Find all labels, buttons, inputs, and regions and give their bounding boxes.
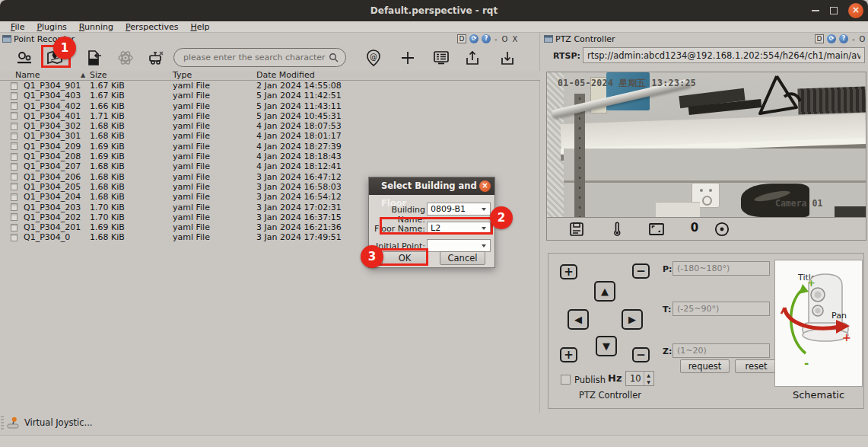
list-view-button[interactable] (431, 47, 452, 69)
hz-spinner[interactable]: 10 ▲▼ (625, 371, 654, 386)
tilt-down-button[interactable]: ▼ (596, 336, 617, 356)
pan-axis-label: Pan (831, 311, 847, 321)
dock-float-button[interactable]: O (501, 35, 509, 43)
cell-type: yaml File (173, 203, 210, 212)
window-minimize-button[interactable] (812, 10, 819, 11)
snapshot-save-button[interactable] (568, 220, 586, 238)
zoom-in-button-bottom[interactable]: + (560, 347, 577, 362)
dock-minimize-button[interactable]: - (494, 35, 498, 43)
cell-name: Q1_P304_207 (24, 161, 81, 171)
zoom-out-button-bottom[interactable]: − (632, 347, 650, 362)
record-button[interactable] (713, 220, 731, 238)
column-header-type[interactable]: Type (173, 70, 192, 80)
table-row[interactable]: Q1_P304_3021.68 KiByaml File4 Jan 2024 1… (0, 121, 540, 131)
cell-name: Q1_P304_208 (24, 152, 81, 161)
tilt-up-button[interactable]: ▲ (594, 281, 615, 302)
atom-button[interactable] (115, 47, 136, 69)
file-icon (11, 213, 17, 221)
thermometer-button[interactable] (608, 220, 626, 238)
column-header-size[interactable]: Size (90, 70, 107, 80)
upload-button[interactable] (462, 47, 483, 69)
zoom-in-button-top[interactable]: + (560, 264, 577, 279)
table-row[interactable]: Q1_P304_4031.67 KiByaml File5 Jan 2024 1… (0, 91, 540, 101)
menu-running[interactable]: Running (73, 21, 119, 32)
initial-point-select[interactable] (427, 239, 491, 252)
tilt-value-input[interactable] (672, 302, 770, 316)
cancel-button[interactable]: Cancel (440, 251, 485, 265)
cell-date: 5 Jan 2024 10:45:31 (256, 111, 342, 121)
cell-type: yaml File (173, 192, 210, 202)
dock-float-button[interactable]: O (859, 35, 866, 43)
pan-value-input[interactable] (672, 261, 770, 276)
publish-checkbox[interactable] (561, 375, 571, 385)
file-icon (11, 112, 17, 120)
file-icon (11, 193, 17, 201)
table-row[interactable]: Q1_P304_2091.69 KiByaml File4 Jan 2024 1… (0, 142, 540, 152)
svg-text:@: @ (370, 53, 377, 61)
menu-help[interactable]: Help (184, 21, 215, 32)
column-header-date[interactable]: Date Modified (256, 70, 315, 80)
download-button[interactable] (497, 47, 518, 69)
zoom-value-input[interactable] (672, 343, 770, 358)
schematic-caption: Schematic (774, 389, 863, 401)
cell-date: 3 Jan 2024 16:47:12 (256, 172, 342, 182)
window-maximize-button[interactable] (830, 7, 838, 14)
add-point-button[interactable] (397, 47, 418, 69)
menu-file[interactable]: File (5, 21, 30, 32)
window-close-button[interactable]: × (848, 3, 863, 18)
cell-size: 1.68 KiB (90, 182, 125, 192)
dock-reload-icon[interactable]: ⟳ (827, 34, 836, 43)
cell-type: yaml File (173, 172, 210, 182)
cell-size: 1.67 KiB (90, 91, 125, 101)
joystick-icon (6, 417, 20, 429)
dock-minimize-button[interactable]: - (851, 35, 856, 43)
table-row[interactable]: Q1_P304_2071.68 KiByaml File4 Jan 2024 1… (0, 161, 540, 171)
dock-d-button[interactable]: D (815, 34, 824, 43)
dock-grip-handle[interactable] (1, 416, 4, 431)
table-row[interactable]: Q1_P304_2081.69 KiByaml File4 Jan 2024 1… (0, 152, 540, 161)
dialog-close-button[interactable]: × (479, 180, 491, 192)
sort-ascending-icon: ▲ (81, 70, 85, 80)
pan-left-button[interactable]: ◀ (568, 309, 589, 330)
table-row[interactable]: Q1_P304_3011.68 KiByaml File4 Jan 2024 1… (0, 131, 540, 141)
zoom-out-button-top[interactable]: − (632, 263, 650, 279)
menu-plugins[interactable]: Plugins (30, 21, 72, 32)
request-button[interactable]: request (680, 359, 730, 373)
search-input[interactable] (174, 53, 329, 62)
table-row[interactable]: Q1_P304_4021.66 KiByaml File5 Jan 2024 1… (0, 101, 540, 111)
reset-button[interactable]: reset (735, 359, 777, 373)
spinner-arrows-icon[interactable]: ▲▼ (644, 372, 653, 385)
cell-type: yaml File (173, 142, 210, 152)
settings-button[interactable] (14, 47, 35, 69)
table-row[interactable]: Q1_P304_4011.71 KiByaml File5 Jan 2024 1… (0, 111, 540, 121)
column-header-name[interactable]: Name (15, 70, 40, 80)
cell-name: Q1_P304_302 (24, 121, 81, 131)
dock-help-icon[interactable]: ? (839, 34, 848, 43)
schematic-box: Title + - Pan + (774, 260, 863, 387)
cell-type: yaml File (173, 111, 210, 121)
robot-button[interactable] (145, 47, 167, 69)
dock-d-button[interactable]: D (457, 34, 466, 43)
rtsp-url-input[interactable] (583, 47, 865, 63)
table-row[interactable]: Q1_P304_9011.67 KiByaml File2 Jan 2024 1… (0, 81, 540, 91)
export-file-button[interactable] (83, 47, 104, 69)
locate-at-button[interactable]: @ (363, 47, 384, 69)
fullscreen-button[interactable] (647, 220, 666, 238)
cell-size: 1.68 KiB (90, 161, 125, 171)
virtual-joystick-tab[interactable]: Virtual Joystic... (6, 414, 92, 431)
cell-size: 1.68 KiB (90, 192, 125, 202)
menu-perspectives[interactable]: Perspectives (119, 21, 184, 32)
dock-reload-icon[interactable]: ⟳ (469, 34, 479, 43)
pan-right-button[interactable]: ▶ (622, 309, 643, 330)
dock-help-icon[interactable]: ? (482, 34, 491, 43)
file-icon (11, 173, 17, 180)
dock-close-button[interactable]: X (511, 35, 518, 43)
cell-size: 1.69 KiB (90, 142, 125, 152)
building-name-select[interactable]: 0809-B1 (427, 203, 491, 216)
rqt-window: Default.perspective - rqt × File Plugins… (0, 0, 868, 447)
search-icon (329, 53, 339, 62)
publish-label: Publish (574, 375, 606, 385)
cell-name: Q1_P304_202 (24, 212, 81, 222)
tilt-field-label: T: (663, 305, 671, 314)
window-titlebar: Default.perspective - rqt × (0, 0, 868, 21)
